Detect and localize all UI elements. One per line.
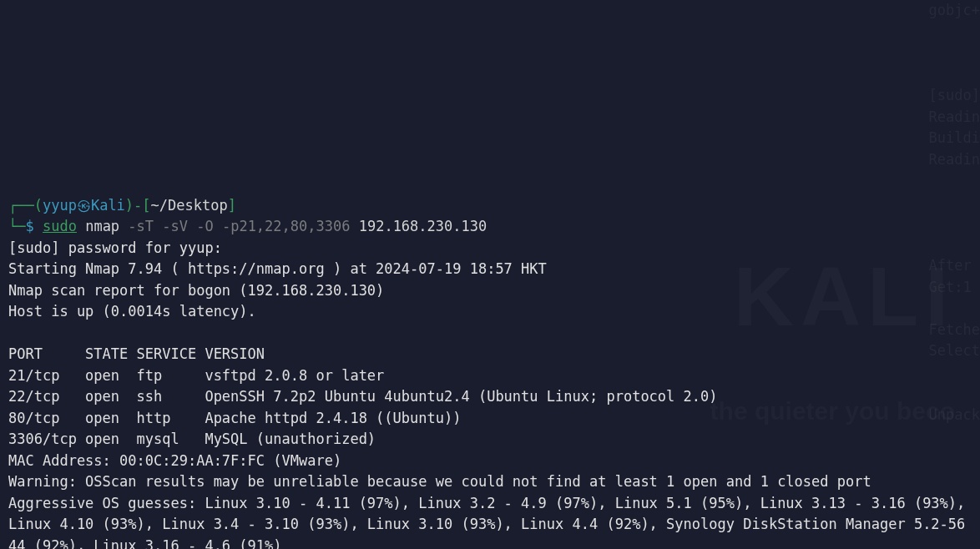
nmap-start-line: Starting Nmap 7.94 ( https://nmap.org ) … — [8, 260, 547, 277]
cmd-sudo: sudo — [43, 218, 77, 234]
port-table-header: PORT STATE SERVICE VERSION — [8, 345, 265, 362]
host-up-line: Host is up (0.0014s latency). — [8, 303, 256, 320]
os-guesses: Aggressive OS guesses: Linux 3.10 - 4.11… — [8, 495, 974, 550]
sudo-password-prompt: [sudo] password for yyup: — [8, 239, 222, 256]
port-row-21: 21/tcp open ftp vsftpd 2.0.8 or later — [8, 367, 384, 384]
port-row-80: 80/tcp open http Apache httpd 2.4.18 ((U… — [8, 410, 461, 426]
prompt-path: ~/Desktop — [151, 197, 228, 214]
port-row-22: 22/tcp open ssh OpenSSH 7.2p2 Ubuntu 4ub… — [8, 388, 718, 405]
cmd-nmap: nmap — [77, 218, 128, 234]
osscan-warning: Warning: OSScan results may be unreliabl… — [8, 473, 871, 490]
prompt-line-2: └─$ sudo nmap -sT -sV -O -p21,22,80,3306… — [8, 218, 487, 234]
port-row-3306: 3306/tcp open mysql MySQL (unauthorized) — [8, 431, 376, 447]
terminal-output[interactable]: ┌──(yyup㉿Kali)-[~/Desktop] └─$ sudo nmap… — [8, 195, 972, 550]
scan-report-line: Nmap scan report for bogon (192.168.230.… — [8, 282, 384, 299]
prompt-host: Kali — [91, 197, 125, 214]
mac-address-line: MAC Address: 00:0C:29:AA:7F:FC (VMware) — [8, 452, 341, 469]
prompt-user: yyup — [43, 197, 77, 214]
cmd-target: 192.168.230.130 — [350, 218, 487, 234]
cmd-flags: -sT -sV -O -p21,22,80,3306 — [128, 218, 350, 234]
prompt-line-1: ┌──(yyup㉿Kali)-[~/Desktop] — [8, 197, 236, 214]
